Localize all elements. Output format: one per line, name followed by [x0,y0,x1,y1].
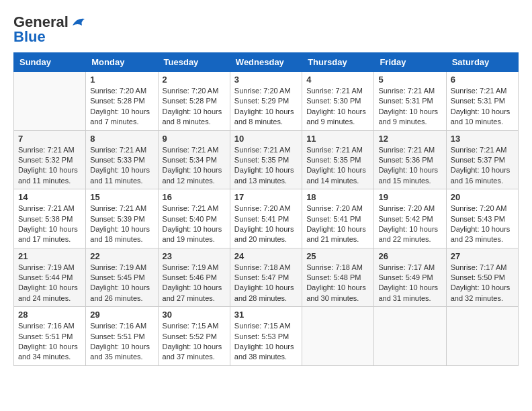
day-info: Sunrise: 7:21 AMSunset: 5:38 PMDaylight:… [18,203,81,245]
day-number: 2 [163,75,226,85]
day-header-saturday: Saturday [446,53,518,72]
calendar-cell: 13Sunrise: 7:21 AMSunset: 5:37 PMDayligh… [446,130,518,189]
calendar-cell: 19Sunrise: 7:20 AMSunset: 5:42 PMDayligh… [374,189,446,248]
day-number: 29 [90,310,153,320]
day-number: 14 [18,192,81,202]
calendar-cell: 20Sunrise: 7:20 AMSunset: 5:43 PMDayligh… [446,189,518,248]
day-header-wednesday: Wednesday [230,53,302,72]
day-info: Sunrise: 7:21 AMSunset: 5:31 PMDaylight:… [451,86,514,128]
calendar-week-row: 21Sunrise: 7:19 AMSunset: 5:44 PMDayligh… [14,248,519,307]
calendar-cell: 21Sunrise: 7:19 AMSunset: 5:44 PMDayligh… [14,248,86,307]
day-number: 1 [90,75,153,85]
day-number: 21 [18,251,81,261]
calendar-table: SundayMondayTuesdayWednesdayThursdayFrid… [13,52,519,366]
calendar-cell: 1Sunrise: 7:20 AMSunset: 5:28 PMDaylight… [86,72,158,131]
day-header-thursday: Thursday [302,53,374,72]
calendar-body: 1Sunrise: 7:20 AMSunset: 5:28 PMDaylight… [14,72,519,366]
day-info: Sunrise: 7:20 AMSunset: 5:41 PMDaylight:… [234,203,298,245]
calendar-cell: 3Sunrise: 7:20 AMSunset: 5:29 PMDaylight… [230,72,302,131]
day-number: 28 [18,310,81,320]
day-number: 7 [18,134,81,144]
calendar-cell: 12Sunrise: 7:21 AMSunset: 5:36 PMDayligh… [374,130,446,189]
calendar-cell: 9Sunrise: 7:21 AMSunset: 5:34 PMDaylight… [158,130,230,189]
logo-blue-text: Blue [13,28,46,46]
day-info: Sunrise: 7:21 AMSunset: 5:31 PMDaylight:… [378,86,441,128]
day-number: 23 [163,251,226,261]
day-info: Sunrise: 7:18 AMSunset: 5:47 PMDaylight:… [234,263,298,304]
day-info: Sunrise: 7:20 AMSunset: 5:28 PMDaylight:… [163,86,226,128]
calendar-cell: 10Sunrise: 7:21 AMSunset: 5:35 PMDayligh… [230,130,302,189]
day-info: Sunrise: 7:18 AMSunset: 5:48 PMDaylight:… [306,263,369,304]
calendar-cell: 7Sunrise: 7:21 AMSunset: 5:32 PMDaylight… [14,130,86,189]
day-info: Sunrise: 7:21 AMSunset: 5:30 PMDaylight:… [306,86,369,128]
calendar-cell: 8Sunrise: 7:21 AMSunset: 5:33 PMDaylight… [86,130,158,189]
day-number: 12 [378,134,441,144]
calendar-week-row: 7Sunrise: 7:21 AMSunset: 5:32 PMDaylight… [14,130,519,189]
day-info: Sunrise: 7:20 AMSunset: 5:43 PMDaylight:… [451,203,514,245]
day-number: 27 [451,251,514,261]
day-info: Sunrise: 7:15 AMSunset: 5:53 PMDaylight:… [234,321,298,363]
calendar-cell: 18Sunrise: 7:20 AMSunset: 5:41 PMDayligh… [302,189,374,248]
day-info: Sunrise: 7:17 AMSunset: 5:49 PMDaylight:… [378,263,441,304]
calendar-week-row: 14Sunrise: 7:21 AMSunset: 5:38 PMDayligh… [14,189,519,248]
calendar-cell: 26Sunrise: 7:17 AMSunset: 5:49 PMDayligh… [374,248,446,307]
day-info: Sunrise: 7:20 AMSunset: 5:41 PMDaylight:… [306,203,369,245]
day-number: 16 [163,192,226,202]
calendar-cell [302,307,374,366]
day-info: Sunrise: 7:21 AMSunset: 5:33 PMDaylight:… [90,145,153,187]
day-info: Sunrise: 7:15 AMSunset: 5:52 PMDaylight:… [163,321,226,363]
day-info: Sunrise: 7:21 AMSunset: 5:39 PMDaylight:… [90,203,153,245]
day-info: Sunrise: 7:16 AMSunset: 5:51 PMDaylight:… [90,321,153,363]
day-number: 15 [90,192,153,202]
day-info: Sunrise: 7:20 AMSunset: 5:42 PMDaylight:… [378,203,441,245]
calendar-cell: 23Sunrise: 7:19 AMSunset: 5:46 PMDayligh… [158,248,230,307]
day-number: 8 [90,134,153,144]
calendar-cell: 11Sunrise: 7:21 AMSunset: 5:35 PMDayligh… [302,130,374,189]
calendar-cell: 15Sunrise: 7:21 AMSunset: 5:39 PMDayligh… [86,189,158,248]
calendar-cell: 2Sunrise: 7:20 AMSunset: 5:28 PMDaylight… [158,72,230,131]
calendar-cell: 16Sunrise: 7:21 AMSunset: 5:40 PMDayligh… [158,189,230,248]
day-number: 13 [451,134,514,144]
day-number: 3 [234,75,298,85]
day-number: 11 [306,134,369,144]
day-number: 10 [234,134,298,144]
day-number: 25 [306,251,369,261]
calendar-cell: 30Sunrise: 7:15 AMSunset: 5:52 PMDayligh… [158,307,230,366]
calendar-cell: 28Sunrise: 7:16 AMSunset: 5:51 PMDayligh… [14,307,86,366]
day-info: Sunrise: 7:21 AMSunset: 5:34 PMDaylight:… [163,145,226,187]
day-info: Sunrise: 7:21 AMSunset: 5:32 PMDaylight:… [18,145,81,187]
day-number: 9 [163,134,226,144]
day-info: Sunrise: 7:21 AMSunset: 5:37 PMDaylight:… [451,145,514,187]
calendar-cell [374,307,446,366]
day-header-monday: Monday [86,53,158,72]
day-info: Sunrise: 7:20 AMSunset: 5:29 PMDaylight:… [234,86,298,128]
day-info: Sunrise: 7:17 AMSunset: 5:50 PMDaylight:… [451,263,514,304]
calendar-cell [14,72,86,131]
day-info: Sunrise: 7:21 AMSunset: 5:35 PMDaylight:… [306,145,369,187]
calendar-week-row: 28Sunrise: 7:16 AMSunset: 5:51 PMDayligh… [14,307,519,366]
day-info: Sunrise: 7:19 AMSunset: 5:45 PMDaylight:… [90,263,153,304]
day-number: 17 [234,192,298,202]
calendar-week-row: 1Sunrise: 7:20 AMSunset: 5:28 PMDaylight… [14,72,519,131]
day-number: 20 [451,192,514,202]
calendar-cell: 6Sunrise: 7:21 AMSunset: 5:31 PMDaylight… [446,72,518,131]
day-info: Sunrise: 7:20 AMSunset: 5:28 PMDaylight:… [90,86,153,128]
day-header-friday: Friday [374,53,446,72]
day-info: Sunrise: 7:21 AMSunset: 5:40 PMDaylight:… [163,203,226,245]
day-number: 31 [234,310,298,320]
day-number: 26 [378,251,441,261]
calendar-cell: 31Sunrise: 7:15 AMSunset: 5:53 PMDayligh… [230,307,302,366]
day-number: 30 [163,310,226,320]
day-info: Sunrise: 7:19 AMSunset: 5:46 PMDaylight:… [163,263,226,304]
day-header-tuesday: Tuesday [158,53,230,72]
calendar-cell: 22Sunrise: 7:19 AMSunset: 5:45 PMDayligh… [86,248,158,307]
day-number: 4 [306,75,369,85]
logo: General Blue [13,13,86,46]
calendar-cell: 24Sunrise: 7:18 AMSunset: 5:47 PMDayligh… [230,248,302,307]
day-number: 24 [234,251,298,261]
day-info: Sunrise: 7:21 AMSunset: 5:35 PMDaylight:… [234,145,298,187]
day-number: 19 [378,192,441,202]
day-number: 6 [451,75,514,85]
calendar-cell: 25Sunrise: 7:18 AMSunset: 5:48 PMDayligh… [302,248,374,307]
day-number: 5 [378,75,441,85]
